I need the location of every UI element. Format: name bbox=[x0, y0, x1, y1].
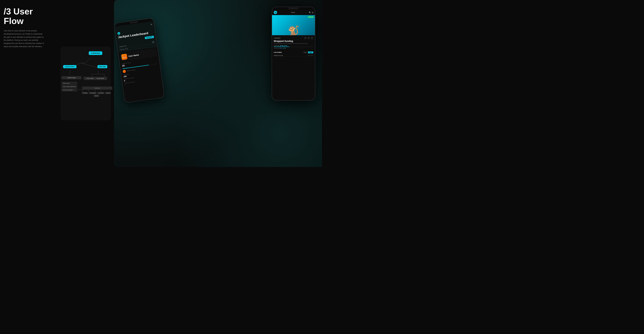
phone-leaderboard: ≡ ◎ Jackpot Leaderboard 12.6 ETH bbox=[114, 18, 165, 103]
fp-social-icons: ✈ ✕ ⊕ bbox=[304, 37, 313, 40]
fp-nft-image: 🐒 +24.17% bbox=[272, 15, 315, 35]
fp-marketcap: Marketcap: $6.49k (3.9%) bbox=[274, 45, 313, 46]
page-container: /3 User Flow User flow is a key element … bbox=[0, 0, 322, 167]
fp-trades-title: Last trades bbox=[274, 52, 282, 53]
token-description-box: Token Description * bbox=[62, 88, 82, 92]
svg-line-2 bbox=[81, 63, 98, 68]
phone-token-detail: ◎ Home 🔍 ⊞ 🐒 +24.17% bbox=[272, 7, 315, 100]
fp-logo-symbol: ◎ bbox=[275, 12, 276, 13]
jackpot-size-label: Jackpot size bbox=[119, 45, 127, 48]
fp-marketcap-label: Marketcap: bbox=[274, 45, 280, 46]
fp-filter-icon[interactable]: ⊞ bbox=[312, 12, 313, 14]
token-detail-screen: ◎ Home 🔍 ⊞ 🐒 +24.17% bbox=[272, 7, 315, 100]
fp-nav-home: Home bbox=[291, 12, 295, 13]
jackpot-size-val: 1 bbox=[152, 41, 155, 43]
fp-trades-header: Last trades Day Week bbox=[274, 52, 313, 53]
lb-addr-text: 0x47A4...8x3F11 bbox=[127, 69, 136, 72]
coins-list-label: Coins list bbox=[82, 86, 112, 90]
launch-tokens-node: Launch tokens bbox=[63, 65, 76, 68]
fp-trade-date: 28.08.2024 bbox=[308, 55, 313, 56]
fp-token-tag: $ GLITCH bbox=[274, 37, 281, 39]
leaderboard-screen: ≡ ◎ Jackpot Leaderboard 12.6 ETH bbox=[114, 18, 164, 102]
web-icon[interactable]: ⊕ bbox=[310, 37, 313, 40]
fp-token-section: $ GLITCH Wrapped Sundog ✈ ✕ ⊕ im drawing… bbox=[272, 35, 315, 51]
fp-created-by-label: Created by bbox=[274, 48, 279, 49]
lb-eth-amount: 12.6 ETH bbox=[145, 36, 154, 39]
fp-day-tab[interactable]: Day bbox=[303, 52, 307, 53]
upload-image-label: Upload image bbox=[62, 76, 82, 79]
launch-tokens-label: Launch tokens bbox=[63, 65, 76, 68]
flow-diagram: Architecture Launch tokens Main page Upl… bbox=[60, 46, 111, 120]
fp-search-icon[interactable]: 🔍 bbox=[309, 12, 311, 14]
phone-container: ≡ ◎ Jackpot Leaderboard 12.6 ETH bbox=[114, 0, 322, 167]
launchad-tab[interactable]: Launchad bbox=[97, 92, 104, 94]
lb-menu-icon[interactable]: ≡ bbox=[150, 23, 152, 26]
main-page-node: Main page bbox=[98, 65, 107, 68]
token-description-label: Token Description * bbox=[62, 88, 77, 92]
fp-marketcap-val: $6.49k (3.9%) bbox=[280, 45, 287, 46]
fp-created-by: Created by TLYm...hUYq bbox=[274, 48, 313, 49]
upload-image-box: Upload image bbox=[62, 76, 82, 79]
lb-username: User Name bbox=[128, 54, 139, 58]
flow-diagram-section: Architecture Launch tokens Main page Upl… bbox=[57, 0, 114, 167]
fp-percent-badge: +24.17% bbox=[308, 16, 314, 18]
current-round-label: Current round bbox=[120, 48, 128, 50]
fp-trade-name: Wrapped Sundog bbox=[274, 55, 283, 56]
telegram-icon[interactable]: ✈ bbox=[304, 37, 306, 40]
right-section: ≡ ◎ Jackpot Leaderboard 12.6 ETH bbox=[114, 0, 322, 167]
fp-nft-illustration: 🐒 bbox=[288, 26, 299, 35]
launchpad-tab[interactable]: Launchpad bbox=[89, 92, 96, 94]
page-title: /3 User Flow bbox=[4, 7, 54, 26]
sort-by-tab[interactable]: Sort by bbox=[94, 95, 100, 97]
lb-addr-avatar bbox=[122, 70, 126, 73]
svg-line-0 bbox=[86, 58, 90, 63]
fp-token-progress bbox=[274, 46, 313, 47]
fp-week-tab[interactable]: Week bbox=[308, 52, 313, 53]
social-media-node: Social media bbox=[94, 76, 107, 80]
coins-list-tabs: Portfolio Launchpad Launchad Search Sort… bbox=[82, 92, 111, 97]
main-page-label: Main page bbox=[98, 65, 107, 68]
section-description: User flow is a key element in the produc… bbox=[4, 29, 44, 48]
twitter-x-icon[interactable]: ✕ bbox=[307, 37, 310, 40]
fp-progress-fill bbox=[274, 46, 290, 47]
lb-avatar: 🦊 bbox=[121, 54, 128, 60]
fp-token-desc: im drawing stuff on live on telegram, jo… bbox=[274, 43, 313, 44]
portfolio-tab[interactable]: Portfolio bbox=[82, 92, 88, 94]
fp-logo: ◎ bbox=[274, 11, 277, 14]
fp-trades-tabs: Day Week bbox=[303, 52, 313, 53]
fp-token-name: Wrapped Sundog bbox=[274, 40, 293, 42]
lb-logo: ◎ bbox=[117, 32, 120, 35]
left-section: /3 User Flow User flow is a key element … bbox=[0, 0, 57, 167]
architecture-label: Architecture bbox=[89, 51, 102, 55]
fp-trade-row: Wrapped Sundog 28.08.2024 bbox=[274, 54, 313, 57]
architecture-node: Architecture bbox=[89, 51, 102, 55]
search-tab[interactable]: Search bbox=[105, 92, 111, 94]
fp-trades-section: Last trades Day Week Wrapped Sundog 28.0… bbox=[272, 51, 315, 57]
social-media-label: Social media bbox=[94, 77, 107, 80]
coins-list-node: Coins list bbox=[82, 86, 99, 90]
fp-header: ◎ Home 🔍 ⊞ bbox=[272, 10, 315, 15]
fp-creator-addr[interactable]: TLYm...hUYq bbox=[280, 48, 286, 49]
